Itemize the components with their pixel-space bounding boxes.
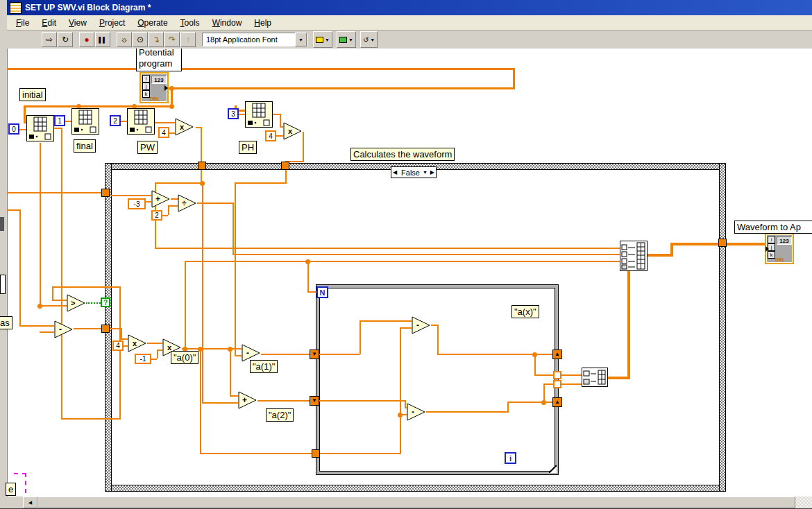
wire[interactable]: [24, 105, 26, 123]
wire-boolean[interactable]: [86, 302, 101, 304]
wire[interactable]: [74, 328, 101, 329]
subtract-node[interactable]: -: [54, 320, 74, 338]
case-selector-label[interactable]: ◀ False ▼ ▶: [391, 166, 437, 178]
wire[interactable]: [319, 354, 360, 355]
wire[interactable]: [7, 192, 101, 193]
wire[interactable]: [727, 243, 765, 245]
numeric-constant[interactable]: 1: [54, 115, 65, 126]
wire[interactable]: [627, 271, 630, 379]
wire[interactable]: [19, 209, 21, 325]
wire[interactable]: [400, 327, 401, 454]
subtract-node[interactable]: -: [412, 316, 431, 334]
font-selector[interactable]: 18pt Application Font ▼: [202, 33, 307, 46]
a1-wire-label[interactable]: "a(1)": [250, 360, 278, 373]
wire[interactable]: [400, 327, 412, 329]
case-prev-icon[interactable]: ◀: [391, 169, 398, 175]
subtract-node[interactable]: -: [407, 403, 426, 421]
potential-program-label[interactable]: Potential program: [136, 46, 182, 71]
wire[interactable]: [280, 114, 281, 127]
step-out-button[interactable]: ↑: [180, 32, 196, 47]
case-structure-bottom-border[interactable]: [105, 485, 725, 491]
case-tunnel[interactable]: [101, 189, 110, 197]
wire[interactable]: [507, 402, 543, 403]
wire[interactable]: [151, 359, 157, 360]
distribute-objects-button[interactable]: ▼: [337, 31, 356, 48]
wire[interactable]: [157, 350, 162, 351]
step-into-button[interactable]: ↴: [149, 32, 164, 47]
wire[interactable]: [307, 291, 316, 293]
numeric-constant[interactable]: 0: [8, 123, 19, 135]
wire[interactable]: [437, 354, 534, 355]
loop-iteration-terminal[interactable]: i: [505, 452, 516, 464]
wire[interactable]: [648, 254, 673, 257]
case-selector-terminal[interactable]: ?: [101, 297, 110, 307]
numeric-constant[interactable]: 3: [228, 108, 239, 119]
wire[interactable]: [40, 331, 54, 333]
wire[interactable]: [405, 400, 406, 407]
wire[interactable]: [200, 348, 201, 454]
wire[interactable]: [202, 182, 203, 404]
wire[interactable]: [121, 338, 128, 340]
wire[interactable]: [182, 348, 242, 350]
wire[interactable]: [513, 68, 515, 89]
wire[interactable]: [360, 320, 412, 322]
waveform-to-apply-label[interactable]: Waveform to Ap: [734, 221, 812, 234]
pause-button[interactable]: ▌▌: [95, 32, 110, 47]
wire[interactable]: [146, 201, 151, 202]
wire[interactable]: [426, 411, 509, 413]
scrollbar-left-button[interactable]: ◀: [23, 497, 37, 508]
wire[interactable]: [319, 400, 405, 402]
wire[interactable]: [119, 286, 121, 419]
wire[interactable]: [534, 374, 553, 376]
run-continuous-button[interactable]: ↻: [58, 32, 73, 47]
build-array-node[interactable]: [582, 368, 608, 387]
a2-wire-label[interactable]: "a(2)": [266, 408, 294, 422]
wire[interactable]: [7, 68, 515, 70]
divide-node[interactable]: ÷: [178, 194, 197, 212]
wire[interactable]: [169, 132, 175, 134]
wire[interactable]: [121, 328, 122, 339]
numeric-constant[interactable]: 4: [112, 340, 124, 351]
run-button[interactable]: ⇨: [42, 32, 57, 47]
calculates-waveform-label[interactable]: Calculates the waveform: [350, 148, 455, 161]
loop-indexing-tunnel[interactable]: [553, 371, 561, 379]
wire[interactable]: [155, 122, 175, 123]
wire-string[interactable]: [25, 473, 26, 493]
shift-register-left[interactable]: ▼: [310, 396, 319, 406]
wire[interactable]: [320, 453, 401, 454]
menu-project[interactable]: Project: [93, 17, 131, 29]
numeric-constant[interactable]: -3: [128, 198, 146, 209]
case-next-icon[interactable]: ▶: [429, 169, 436, 175]
wire[interactable]: [507, 402, 509, 411]
wire[interactable]: [52, 286, 121, 288]
clipped-label[interactable]: e: [6, 483, 16, 496]
multiply-node[interactable]: x: [283, 122, 303, 140]
vi-icon[interactable]: [10, 2, 22, 14]
wire[interactable]: [185, 261, 620, 262]
wire[interactable]: [155, 248, 620, 249]
add-node[interactable]: +: [238, 391, 257, 409]
shift-register-right[interactable]: ▲: [552, 350, 562, 359]
wire[interactable]: [235, 182, 287, 184]
wire[interactable]: [543, 383, 553, 385]
highlight-execution-button[interactable]: ☼: [117, 32, 132, 47]
wire[interactable]: [162, 215, 168, 216]
menu-edit[interactable]: Edit: [35, 17, 62, 29]
case-tunnel[interactable]: [198, 162, 206, 170]
wire[interactable]: [543, 383, 545, 402]
case-tunnel[interactable]: [718, 239, 727, 247]
wire[interactable]: [40, 305, 67, 307]
scrollbar-thumb[interactable]: [37, 497, 795, 508]
final-label[interactable]: final: [74, 139, 96, 153]
wire[interactable]: [230, 348, 231, 397]
wire[interactable]: [261, 354, 310, 355]
waveform-indicator[interactable]: i j k 123 DBL: [765, 233, 794, 264]
wire[interactable]: [232, 254, 620, 255]
abort-button[interactable]: ●: [79, 32, 94, 47]
reorder-button[interactable]: ↺▼: [360, 31, 378, 48]
numeric-constant[interactable]: -1: [135, 354, 151, 364]
initial-label[interactable]: initial: [19, 88, 46, 101]
wire[interactable]: [19, 129, 26, 130]
numeric-constant[interactable]: 4: [265, 130, 276, 141]
wire[interactable]: [303, 132, 304, 162]
